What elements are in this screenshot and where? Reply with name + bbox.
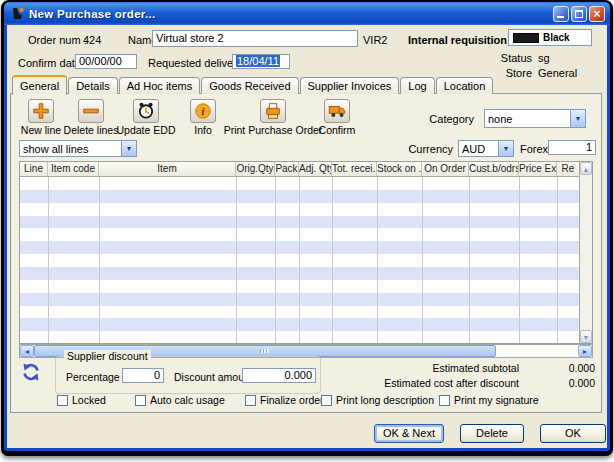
forex-rate-input[interactable]: 1 [548, 140, 596, 155]
percentage-input[interactable]: 0 [122, 368, 164, 383]
table-body[interactable] [20, 177, 579, 343]
scroll-left-icon[interactable]: ◄ [20, 345, 34, 357]
window-title: New Purchase order... [29, 8, 553, 20]
update-edd-button[interactable]: Update EDD [111, 99, 181, 136]
maximize-icon [575, 10, 583, 18]
scroll-down-icon[interactable]: ▼ [580, 330, 592, 343]
column-header-orig-qty[interactable]: Orig.Qty [236, 162, 275, 176]
column-header-tot-received[interactable]: Tot. recei... [332, 162, 377, 176]
tab-ad-hoc-items[interactable]: Ad Hoc items [119, 77, 200, 94]
info-button[interactable]: i Info [183, 99, 223, 136]
category-value: none [485, 113, 570, 125]
auto-calc-usage-checkbox[interactable]: Auto calc usage [135, 394, 225, 406]
estimated-subtotal-label: Estimated subtotal [319, 362, 519, 374]
column-header-item[interactable]: Item [99, 162, 236, 176]
minus-icon [78, 99, 104, 123]
requested-delivery-label: Requested delivery [148, 57, 242, 69]
checkbox-label: Auto calc usage [150, 394, 225, 406]
scroll-up-icon[interactable]: ▲ [580, 162, 592, 175]
column-divider [236, 177, 237, 343]
currency-value: AUD [459, 143, 498, 155]
column-divider [377, 177, 378, 343]
column-header-requested[interactable]: Re [557, 162, 579, 176]
minimize-icon [557, 16, 564, 18]
category-select[interactable]: none ▼ [484, 109, 586, 128]
scroll-right-icon[interactable]: ► [578, 345, 592, 357]
print-my-signature-checkbox[interactable]: Print my signature [439, 394, 539, 406]
checkbox-icon [439, 395, 450, 406]
tab-general[interactable]: General [12, 75, 67, 95]
print-long-description-checkbox[interactable]: Print long description [321, 394, 434, 406]
order-num-label: Order num : [28, 34, 87, 46]
line-filter-select[interactable]: show all lines ▼ [19, 140, 137, 157]
column-divider [48, 177, 49, 343]
currency-select[interactable]: AUD ▼ [458, 140, 514, 157]
tab-strip: General Details Ad Hoc items Goods Recei… [12, 75, 493, 94]
delete-button[interactable]: Delete [460, 424, 524, 443]
estimated-cost-after-discount-value: 0.000 [535, 377, 595, 389]
confirm-button[interactable]: Confirm [312, 99, 362, 136]
ok-button[interactable]: OK [540, 424, 606, 443]
store-value: General [538, 67, 577, 79]
status-value: sg [538, 52, 550, 64]
purchase-order-window: New Purchase order... × Order num : 424 … [1, 0, 613, 456]
column-header-item-code[interactable]: Item code [48, 162, 99, 176]
close-icon: × [590, 7, 604, 21]
discount-amount-label: Discount amount [174, 371, 253, 383]
checkbox-icon [135, 395, 146, 406]
color-selector[interactable]: Black [508, 29, 592, 46]
column-header-stock-on-hand[interactable]: Stock on ... [377, 162, 422, 176]
general-tab-panel: New line Delete lines Update EDD [10, 93, 602, 413]
order-num-value: 424 [83, 34, 101, 46]
column-divider [275, 177, 276, 343]
column-header-on-order[interactable]: On Order [422, 162, 469, 176]
checkbox-icon [321, 395, 332, 406]
internal-requisition-label: Internal requisition [408, 34, 507, 46]
column-divider [557, 177, 558, 343]
vertical-scrollbar[interactable]: ▲ ▼ [579, 162, 592, 343]
column-header-line[interactable]: Line [20, 162, 48, 176]
minimize-button[interactable] [553, 6, 569, 22]
supplier-discount-group: Supplier discount Percentage 0 Discount … [55, 356, 321, 394]
tab-location[interactable]: Location [436, 77, 494, 94]
finalize-order-checkbox[interactable]: Finalize order [245, 394, 324, 406]
category-label: Category [396, 113, 474, 125]
column-divider [519, 177, 520, 343]
tab-goods-received[interactable]: Goods Received [201, 77, 298, 94]
requested-delivery-input[interactable]: 18/04/11 [232, 54, 290, 69]
alarm-clock-icon [133, 99, 159, 123]
column-divider [299, 177, 300, 343]
percentage-label: Percentage [66, 371, 120, 383]
column-header-price-ext[interactable]: Price Ext [519, 162, 557, 176]
tab-supplier-invoices[interactable]: Supplier Invoices [300, 77, 400, 94]
locked-checkbox[interactable]: Locked [57, 394, 106, 406]
status-label: Status [477, 52, 532, 64]
table-header[interactable]: Line Item code Item Orig.Qty Pack Adj. Q… [20, 162, 579, 177]
toolbar-button-label: Info [183, 124, 223, 136]
dialog-body: Order num : 424 Name Virtual store 2 VIR… [7, 25, 607, 448]
svg-text:i: i [202, 106, 205, 117]
ok-and-next-button[interactable]: OK & Next [374, 424, 444, 443]
name-code: VIR2 [363, 34, 387, 46]
scrollbar-grip [260, 349, 269, 353]
maximize-button[interactable] [571, 6, 587, 22]
purchase-order-icon [10, 6, 25, 21]
tab-details[interactable]: Details [68, 77, 118, 94]
column-header-pack[interactable]: Pack [275, 162, 299, 176]
close-button[interactable]: × [589, 6, 605, 22]
checkbox-icon [57, 395, 68, 406]
color-value: Black [543, 32, 570, 43]
column-divider [332, 177, 333, 343]
toolbar-button-label: Confirm [312, 124, 362, 136]
name-input[interactable]: Virtual store 2 [152, 30, 358, 47]
title-bar[interactable]: New Purchase order... × [4, 2, 610, 25]
column-header-adj-qty[interactable]: Adj. Qty [299, 162, 332, 176]
order-lines-table[interactable]: Line Item code Item Orig.Qty Pack Adj. Q… [19, 161, 593, 344]
checkbox-label: Print my signature [454, 394, 539, 406]
discount-amount-input[interactable]: 0.000 [242, 368, 316, 383]
column-header-cust-backorders[interactable]: Cust.b/odrs [469, 162, 519, 176]
confirm-date-input[interactable]: 00/00/00 [75, 54, 137, 69]
checkbox-icon [245, 395, 256, 406]
tab-log[interactable]: Log [400, 77, 434, 94]
refresh-icon[interactable] [21, 362, 41, 382]
